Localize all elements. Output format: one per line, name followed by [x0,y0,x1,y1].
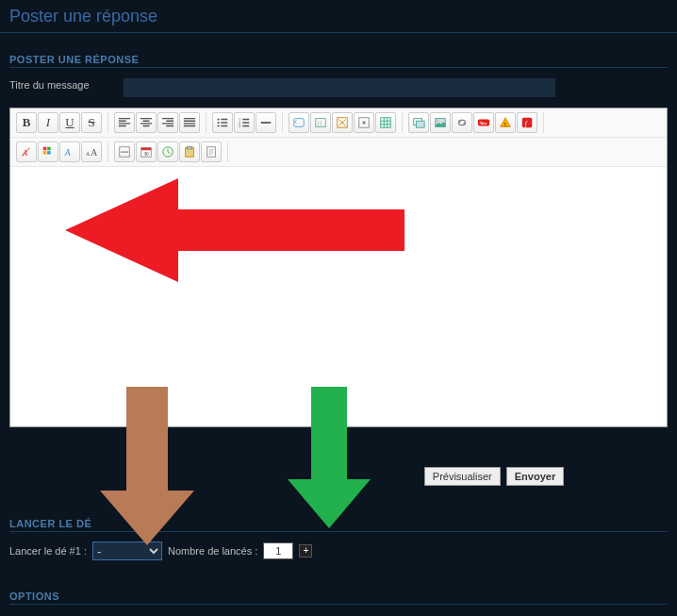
date-icon[interactable]: 30 [136,142,157,162]
font-icon[interactable]: A [59,142,80,162]
red-arrow-left-icon [65,178,405,282]
align-justify-icon[interactable] [179,112,200,133]
underline-icon[interactable]: U [59,112,80,133]
font-color-icon[interactable] [38,142,58,162]
svg-rect-25 [43,151,47,155]
svg-text:A: A [64,147,71,158]
editor-toolbar-row1: B I U S 123 {} [10,108,667,138]
svg-rect-24 [47,147,51,151]
svg-marker-41 [65,178,405,282]
svg-marker-42 [100,387,194,545]
page-icon[interactable] [201,142,222,162]
svg-point-2 [218,125,220,126]
options-section-header: OPTIONS [9,570,668,605]
svg-point-16 [438,120,439,122]
remove-format-icon[interactable]: A [16,142,37,162]
align-left-icon[interactable] [114,112,135,133]
align-right-icon[interactable] [157,112,178,133]
link-icon[interactable] [452,112,472,133]
dice-label-1: Lancer le dé #1 : [9,545,87,557]
svg-rect-26 [47,151,51,155]
svg-text:3: 3 [239,124,241,128]
image-icon[interactable] [430,112,451,133]
preview-button[interactable]: Prévisualiser [424,467,501,486]
warning-icon[interactable]: ! [495,112,516,133]
svg-point-32 [124,151,125,153]
svg-rect-23 [43,147,47,151]
svg-text:You: You [480,121,487,125]
title-field-row: Titre du message [9,68,668,108]
message-title-input[interactable] [123,77,556,98]
dice-count-input[interactable] [263,542,293,559]
svg-marker-43 [288,387,371,528]
bold-icon[interactable]: B [16,112,37,133]
svg-point-0 [218,118,220,120]
code-icon[interactable]: {} [310,112,331,133]
svg-point-31 [122,151,124,153]
quote-icon[interactable] [289,112,309,133]
title-label: Titre du message [9,77,123,91]
svg-rect-12 [381,118,391,128]
table-icon[interactable] [375,112,396,133]
editor-toolbar-row2: A A AA 30 [10,138,667,167]
hidden-icon[interactable] [354,112,374,133]
font-size-icon[interactable]: AA [81,142,102,162]
reply-section-header: POSTER UNE RÉPONSE [9,33,668,68]
green-arrow-down-icon [288,387,371,528]
more-icon[interactable] [114,142,135,162]
italic-icon[interactable]: I [38,112,58,133]
svg-rect-39 [187,146,191,149]
list-ordered-icon[interactable]: 123 [234,112,255,133]
time-icon[interactable] [157,142,178,162]
dice-label-2: Nombre de lancés : [168,545,257,557]
youtube-icon[interactable]: You [473,112,494,133]
dice-add-button[interactable]: + [299,544,312,558]
page-title: Poster une réponse [0,0,677,33]
svg-text:A: A [86,151,91,157]
list-unordered-icon[interactable] [212,112,233,133]
svg-rect-20 [522,118,533,128]
svg-point-11 [362,121,366,125]
editor-container: B I U S 123 {} [9,108,668,427]
svg-point-33 [126,151,128,153]
host-image-icon[interactable] [408,112,429,133]
svg-text:{}: {} [318,120,323,126]
paste-icon[interactable] [179,142,200,162]
svg-point-1 [218,122,220,124]
spoiler-icon[interactable] [332,112,353,133]
submit-button[interactable]: Envoyer [506,467,564,486]
svg-rect-40 [207,147,216,158]
brown-arrow-down-icon [100,387,194,545]
strike-icon[interactable]: S [81,112,102,133]
svg-text:30: 30 [143,151,149,157]
options-section: OPTIONS [9,570,668,605]
horizontal-rule-icon[interactable] [256,112,276,133]
svg-text:A: A [91,147,97,158]
svg-text:!: ! [504,121,506,128]
svg-rect-14 [416,121,424,127]
flash-icon[interactable]: f [517,112,537,133]
align-center-icon[interactable] [136,112,157,133]
